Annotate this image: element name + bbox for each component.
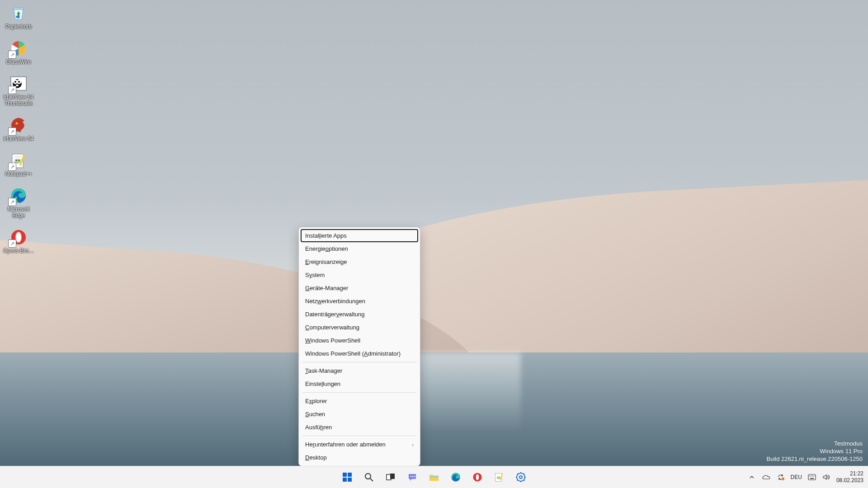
svg-point-38 [412, 476, 413, 477]
chat-icon [407, 472, 417, 482]
opera-icon: ↗ [9, 228, 28, 247]
context-menu-item[interactable]: Installierte Apps [301, 229, 418, 242]
touch-keyboard-icon[interactable] [807, 473, 816, 482]
desktop-icon-edge[interactable]: ↗Microsoft Edge [2, 186, 35, 219]
windows-update-icon[interactable] [776, 473, 785, 482]
desktop-icon-label: Microsoft Edge [2, 206, 35, 219]
context-menu-item-label: Datenträgerverwaltung [305, 311, 365, 318]
tray-overflow-chevron[interactable] [747, 473, 756, 482]
svg-point-15 [19, 160, 20, 161]
svg-rect-30 [348, 473, 352, 477]
taskbar: DEU 21:22 08.02.2023 [0, 466, 868, 488]
search-button[interactable] [360, 468, 378, 486]
shortcut-overlay-icon: ↗ [8, 51, 16, 59]
taskbar-clock[interactable]: 21:22 08.02.2023 [836, 470, 863, 484]
edge-icon [450, 472, 461, 483]
svg-point-61 [809, 476, 810, 477]
search-icon [364, 472, 374, 482]
context-menu-separator [302, 436, 416, 436]
desktop-icon-label: Notepad++ [5, 171, 32, 177]
context-menu-item-label: Desktop [305, 454, 327, 461]
taskbar-system-tray: DEU 21:22 08.02.2023 [747, 470, 863, 484]
svg-rect-29 [343, 473, 347, 477]
context-menu-item[interactable]: Windows PowerShell [301, 334, 418, 347]
context-menu-item[interactable]: Geräte-Manager [301, 282, 418, 295]
context-menu-item[interactable]: Desktop [301, 451, 418, 464]
context-menu-item[interactable]: Task-Manager [301, 364, 418, 377]
context-menu-item[interactable]: Suchen [301, 408, 418, 421]
svg-point-28 [16, 233, 21, 242]
notepadpp-icon [494, 472, 505, 483]
context-menu-item[interactable]: Windows PowerShell (Administrator) [301, 347, 418, 360]
context-menu-separator [302, 392, 416, 393]
context-menu-item[interactable]: Energieoptionen [301, 242, 418, 255]
opera-icon [472, 472, 483, 483]
glasswire-icon: ↗ [9, 39, 28, 58]
svg-point-5 [14, 81, 16, 83]
shortcut-overlay-icon: ↗ [8, 163, 16, 171]
task-view-button[interactable] [382, 468, 400, 486]
start-icon [342, 472, 353, 483]
context-menu-item[interactable]: Datenträgerverwaltung [301, 308, 418, 321]
context-menu-item[interactable]: Einstellungen [301, 377, 418, 390]
svg-point-49 [519, 476, 522, 479]
explorer-icon [429, 472, 439, 482]
clock-date: 08.02.2023 [836, 477, 863, 484]
chat-button[interactable] [403, 468, 421, 486]
context-menu-item-label: Task-Manager [305, 367, 342, 374]
shortcut-overlay-icon: ↗ [8, 86, 16, 94]
svg-rect-60 [810, 478, 814, 479]
desktop-icon-notepadpp[interactable]: ↗Notepad++ [2, 151, 35, 177]
edge-button[interactable] [447, 468, 465, 486]
desktop-icon-recycle-bin[interactable]: Papierkorb [2, 4, 35, 30]
svg-line-57 [524, 474, 524, 474]
context-menu-item[interactable]: Ereignisanzeige [301, 255, 418, 268]
context-menu-item[interactable]: Explorer [301, 394, 418, 408]
context-menu-item-label: Suchen [305, 411, 325, 418]
desktop-icon-label: IrfanView 64 Thumbnails [2, 94, 35, 107]
desktop-wallpaper [0, 0, 868, 488]
desktop-icon-glasswire[interactable]: ↗GlassWire [2, 39, 35, 65]
context-menu-item[interactable]: Herunterfahren oder abmelden› [301, 438, 418, 451]
context-menu-item-label: Einstellungen [305, 380, 340, 387]
context-menu-item-label: Explorer [305, 398, 327, 404]
svg-line-55 [524, 480, 524, 481]
volume-icon[interactable] [822, 473, 831, 482]
svg-point-37 [410, 476, 411, 477]
irfanview-icon: ↗ [9, 116, 28, 135]
start-button[interactable] [338, 468, 356, 486]
svg-rect-41 [429, 476, 439, 477]
svg-rect-36 [390, 474, 395, 479]
desktop-icons-area: Papierkorb ↗GlassWire ↗IrfanView 64 Thum… [2, 4, 35, 254]
context-menu-item[interactable]: Netzwerkverbindungen [301, 295, 418, 308]
notepadpp-icon: ↗ [9, 151, 28, 170]
irfanview-thumb-icon: ↗ [9, 74, 28, 93]
context-menu-item-label: Herunterfahren oder abmelden [305, 441, 386, 448]
chevron-right-icon: › [412, 442, 414, 447]
file-explorer-button[interactable] [425, 468, 443, 486]
notepadpp-button[interactable] [490, 468, 508, 486]
desktop-icon-irfanview-thumb[interactable]: ↗IrfanView 64 Thumbnails [2, 74, 35, 107]
opera-button[interactable] [468, 468, 486, 486]
context-menu-item-label: Windows PowerShell (Administrator) [305, 350, 401, 357]
context-menu-item[interactable]: Ausführen [301, 421, 418, 434]
svg-line-54 [517, 474, 518, 474]
svg-point-62 [811, 476, 811, 477]
context-menu-item-label: Netzwerkverbindungen [305, 298, 365, 305]
svg-point-8 [16, 122, 18, 125]
svg-point-63 [812, 476, 813, 477]
desktop-icon-label: Opera-Bro… [3, 248, 34, 254]
input-language-indicator[interactable]: DEU [791, 474, 802, 480]
desktop-icon-irfanview[interactable]: ↗IrfanView 64 [2, 116, 35, 142]
onedrive-icon[interactable] [762, 473, 771, 482]
context-menu-separator [302, 362, 416, 362]
shortcut-overlay-icon: ↗ [8, 198, 16, 206]
desktop-icon-opera[interactable]: ↗Opera-Bro… [2, 228, 35, 254]
svg-point-64 [813, 476, 814, 477]
context-menu-item-label: Installierte Apps [305, 232, 347, 239]
context-menu-item[interactable]: System [301, 268, 418, 282]
svg-point-14 [16, 160, 17, 161]
svg-point-6 [18, 81, 20, 83]
settings-button[interactable] [512, 468, 530, 486]
context-menu-item[interactable]: Computerverwaltung [301, 321, 418, 334]
